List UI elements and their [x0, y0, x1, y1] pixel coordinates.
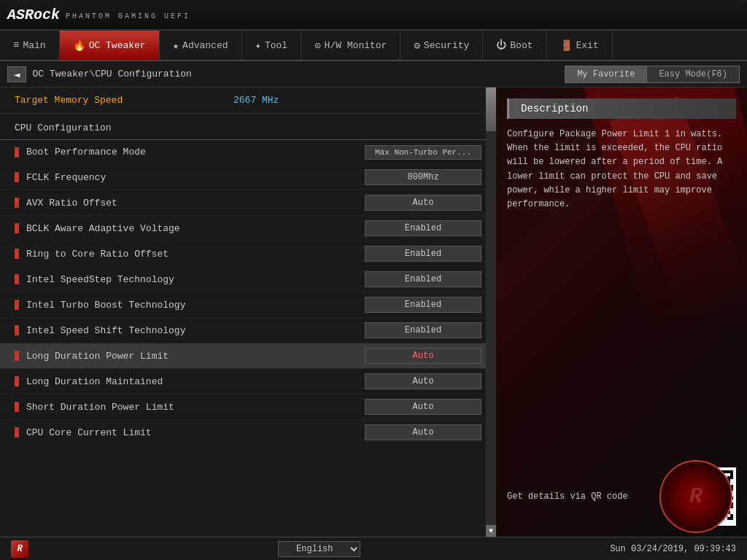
- datetime-display: Sun 03/24/2019, 09:39:43: [610, 544, 736, 554]
- setting-label: Intel Turbo Boost Technology: [26, 300, 365, 311]
- top-bar: ◄ OC Tweaker\CPU Configuration My Favori…: [0, 61, 747, 88]
- nav-icon-advanced: ★: [173, 39, 179, 52]
- setting-value[interactable]: Enabled: [365, 220, 481, 236]
- setting-value[interactable]: Enabled: [365, 322, 481, 338]
- description-panel: Description Configure Package Power Limi…: [496, 88, 747, 222]
- nav-item-main[interactable]: ≡Main: [0, 31, 60, 60]
- setting-value[interactable]: 800Mhz: [365, 169, 481, 185]
- table-row[interactable]: Short Duration Power LimitAuto: [0, 394, 496, 420]
- nav-icon-security: ⚙: [414, 39, 419, 52]
- setting-value[interactable]: Auto: [365, 195, 481, 211]
- footer-logo: R: [11, 540, 28, 558]
- nav-label-main: Main: [23, 40, 45, 51]
- setting-indicator: [15, 427, 19, 438]
- target-memory-row: Target Memory Speed 2667 MHz: [0, 88, 496, 114]
- setting-indicator: [15, 274, 19, 284]
- nav-icon-hw-monitor: ⊙: [314, 39, 320, 52]
- table-row[interactable]: Long Duration MaintainedAuto: [0, 369, 496, 394]
- right-panel: Description Configure Package Power Limi…: [496, 88, 747, 537]
- setting-label: Intel SpeedStep Technology: [26, 274, 365, 285]
- setting-label: FCLK Frequency: [26, 172, 365, 183]
- target-memory-value: 2667 MHz: [233, 95, 279, 106]
- back-button[interactable]: ◄: [7, 66, 26, 82]
- header: ASRock PHANTOM GAMING UEFI: [0, 0, 747, 31]
- nav-item-tool[interactable]: ✦Tool: [242, 31, 302, 60]
- setting-indicator: [15, 147, 19, 158]
- nav-icon-tool: ✦: [255, 39, 261, 52]
- setting-value[interactable]: Auto: [365, 373, 481, 389]
- table-row[interactable]: FCLK Frequency800Mhz: [0, 165, 496, 190]
- table-row[interactable]: BCLK Aware Adaptive VoltageEnabled: [0, 216, 496, 241]
- table-row[interactable]: Ring to Core Ratio OffsetEnabled: [0, 241, 496, 267]
- easy-mode-button[interactable]: Easy Mode(F6): [646, 66, 740, 83]
- setting-value[interactable]: Max Non-Turbo Per...: [365, 145, 481, 160]
- nav-item-hw-monitor[interactable]: ⊙H/W Monitor: [301, 31, 400, 60]
- nav-label-boot: Boot: [510, 40, 533, 51]
- setting-indicator: [15, 198, 19, 208]
- setting-value[interactable]: Enabled: [365, 297, 481, 313]
- setting-indicator: [15, 223, 19, 233]
- setting-value[interactable]: Auto: [365, 424, 481, 440]
- setting-label: Ring to Core Ratio Offset: [26, 249, 365, 260]
- nav-item-security[interactable]: ⚙Security: [400, 31, 483, 60]
- nav-label-security: Security: [424, 40, 469, 51]
- breadcrumb: OC Tweaker\CPU Configuration: [32, 69, 191, 79]
- setting-label: BCLK Aware Adaptive Voltage: [26, 223, 365, 234]
- setting-indicator: [15, 351, 19, 361]
- setting-indicator: [15, 376, 19, 386]
- nav-bar: ≡Main🔥OC Tweaker★Advanced✦Tool⊙H/W Monit…: [0, 31, 747, 61]
- my-favorite-button[interactable]: My Favorite: [565, 66, 646, 83]
- setting-label: Short Duration Power Limit: [26, 402, 365, 413]
- nav-icon-oc-tweaker: 🔥: [73, 39, 85, 52]
- table-row[interactable]: Long Duration Power LimitAuto: [0, 343, 496, 369]
- setting-indicator: [15, 172, 19, 182]
- nav-item-exit[interactable]: 🚪Exit: [547, 31, 613, 60]
- left-panel: Target Memory Speed 2667 MHz CPU Configu…: [0, 88, 496, 537]
- footer-logo-icon: R: [11, 540, 28, 558]
- description-header: Description: [507, 98, 736, 119]
- setting-value[interactable]: Enabled: [365, 271, 481, 287]
- nav-label-hw-monitor: H/W Monitor: [325, 40, 387, 51]
- setting-indicator: [15, 300, 19, 310]
- mode-buttons: My Favorite Easy Mode(F6): [565, 66, 740, 83]
- table-row[interactable]: Boot Performance ModeMax Non-Turbo Per..…: [0, 140, 496, 165]
- scrollbar[interactable]: ▲ ▼: [486, 88, 496, 537]
- setting-indicator: [15, 402, 19, 412]
- brand-circle-logo: R: [659, 460, 732, 533]
- footer: R English Sun 03/24/2019, 09:39:43: [0, 537, 747, 560]
- qr-label: Get details via QR code: [507, 491, 667, 502]
- setting-label: Long Duration Maintained: [26, 376, 365, 387]
- brand-watermark: R: [689, 484, 703, 509]
- scroll-thumb[interactable]: [486, 88, 496, 131]
- setting-indicator: [15, 325, 19, 335]
- table-row[interactable]: Intel Turbo Boost TechnologyEnabled: [0, 292, 496, 318]
- nav-item-advanced[interactable]: ★Advanced: [160, 31, 242, 60]
- table-row[interactable]: CPU Core Current LimitAuto: [0, 420, 496, 446]
- nav-label-advanced: Advanced: [182, 40, 228, 51]
- target-memory-label: Target Memory Speed: [15, 95, 233, 106]
- table-row[interactable]: AVX Ratio OffsetAuto: [0, 190, 496, 216]
- scroll-down-button[interactable]: ▼: [486, 525, 496, 537]
- breadcrumb-area: ◄ OC Tweaker\CPU Configuration: [7, 66, 192, 82]
- language-dropdown[interactable]: English: [278, 541, 360, 557]
- setting-label: CPU Core Current Limit: [26, 427, 365, 438]
- nav-label-tool: Tool: [265, 40, 287, 51]
- nav-label-oc-tweaker: OC Tweaker: [89, 40, 146, 51]
- setting-value[interactable]: Auto: [365, 348, 481, 364]
- logo: ASRock PHANTOM GAMING UEFI: [7, 7, 190, 23]
- nav-label-exit: Exit: [576, 40, 599, 51]
- setting-label: AVX Ratio Offset: [26, 198, 365, 209]
- nav-icon-main: ≡: [13, 39, 19, 51]
- table-row[interactable]: Intel Speed Shift TechnologyEnabled: [0, 318, 496, 343]
- setting-label: Intel Speed Shift Technology: [26, 325, 365, 336]
- setting-indicator: [15, 249, 19, 259]
- setting-value[interactable]: Enabled: [365, 246, 481, 262]
- nav-item-oc-tweaker[interactable]: 🔥OC Tweaker: [60, 31, 160, 60]
- nav-item-boot[interactable]: ⏻Boot: [483, 31, 546, 60]
- setting-label: Boot Performance Mode: [26, 147, 365, 158]
- settings-list: Boot Performance ModeMax Non-Turbo Per..…: [0, 140, 496, 446]
- brand-subtitle: PHANTOM GAMING UEFI: [66, 12, 190, 20]
- table-row[interactable]: Intel SpeedStep TechnologyEnabled: [0, 267, 496, 292]
- setting-value[interactable]: Auto: [365, 399, 481, 415]
- nav-icon-exit: 🚪: [560, 39, 573, 52]
